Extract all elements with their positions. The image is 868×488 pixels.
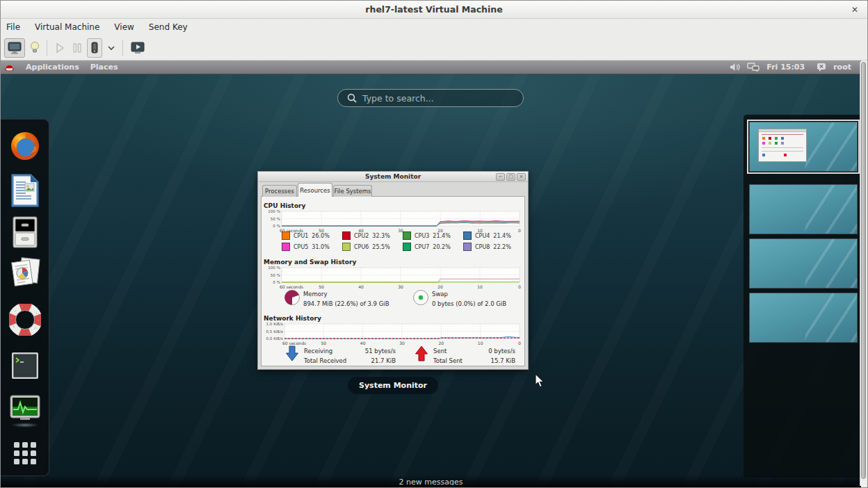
system-monitor-titlebar[interactable]: System Monitor xyxy=(258,172,528,182)
dock-item-system-monitor[interactable] xyxy=(8,392,42,425)
topbar-user[interactable]: root xyxy=(833,63,851,72)
libreoffice-writer-icon xyxy=(10,174,40,207)
console-button[interactable] xyxy=(4,38,25,58)
tab-processes[interactable]: Processes xyxy=(262,185,297,197)
cpu-legend-item: CPU126.0% xyxy=(282,230,342,241)
pause-button[interactable] xyxy=(70,38,84,58)
menu-file[interactable]: File xyxy=(6,22,20,32)
svg-text:20: 20 xyxy=(437,284,443,289)
svg-text:0.0 KiB/s: 0.0 KiB/s xyxy=(266,336,283,341)
dock-item-app-grid[interactable] xyxy=(8,437,42,470)
search-icon xyxy=(347,93,357,103)
file-cabinet-icon xyxy=(11,215,39,249)
vm-scrollbar[interactable] xyxy=(860,62,867,486)
svg-text:40: 40 xyxy=(360,341,366,345)
maximize-icon[interactable]: □ xyxy=(506,173,515,181)
search-placeholder: Type to search... xyxy=(362,93,434,104)
workspace-thumbnail-3[interactable] xyxy=(749,238,858,288)
swap-dot-icon xyxy=(412,289,429,306)
dock-item-terminal[interactable] xyxy=(8,349,42,382)
svg-text:50 %: 50 % xyxy=(271,273,280,277)
toolbar-separator xyxy=(122,40,123,56)
svg-text:40: 40 xyxy=(358,284,364,289)
topbar-applications[interactable]: Applications xyxy=(26,63,79,72)
toolbar-separator xyxy=(47,40,47,56)
svg-text:10: 10 xyxy=(478,341,483,345)
receiving-value: 51 bytes/s xyxy=(347,348,396,355)
cpu-legend-item: CPU625.5% xyxy=(342,241,403,252)
svg-text:50: 50 xyxy=(319,284,324,289)
cpu-legend-item: CPU720.2% xyxy=(403,241,463,252)
svg-text:30: 30 xyxy=(399,341,405,345)
search-input[interactable]: Type to search... xyxy=(337,89,524,107)
pause-icon xyxy=(72,42,82,54)
cpu-legend-item: CPU232.3% xyxy=(342,230,403,241)
topbar-places[interactable]: Places xyxy=(90,63,118,72)
mouse-cursor xyxy=(535,373,545,388)
cpu-legend-item: CPU822.2% xyxy=(463,241,524,252)
minimize-icon[interactable]: − xyxy=(496,173,505,181)
memory-value: 894.7 MiB (22.6%) of 3.9 GiB xyxy=(303,300,389,307)
dock-item-firefox[interactable] xyxy=(8,129,42,163)
topbar-clock[interactable]: Fri 15:03 xyxy=(766,63,805,72)
details-button[interactable] xyxy=(28,38,42,58)
run-button[interactable] xyxy=(52,38,67,58)
app-grid-icon xyxy=(12,440,38,466)
memory-pie-icon xyxy=(284,289,300,306)
shutdown-icon xyxy=(90,42,99,54)
user-status-icon xyxy=(817,63,827,72)
svg-text:50 %: 50 % xyxy=(271,217,280,221)
dock-item-help[interactable] xyxy=(8,303,42,336)
vm-menubar: File Virtual Machine View Send Key xyxy=(1,19,867,35)
documents-icon xyxy=(9,256,41,289)
workspace-thumbnail-2[interactable] xyxy=(749,184,858,234)
total-sent-value: 15.7 KiB xyxy=(465,357,515,364)
svg-text:100 %: 100 % xyxy=(268,210,280,213)
console-icon xyxy=(7,41,22,55)
tab-file-systems[interactable]: File Systems xyxy=(333,185,372,197)
svg-text:30: 30 xyxy=(398,284,403,289)
memory-swap-chart: 100 %50 %0 %60 seconds50403020100 xyxy=(262,266,524,290)
svg-text:0: 0 xyxy=(518,341,521,345)
system-monitor-icon xyxy=(9,394,41,423)
network-icon[interactable] xyxy=(747,63,760,72)
vm-toolbar xyxy=(1,35,867,60)
terminal-icon xyxy=(10,351,40,380)
menu-send-key[interactable]: Send Key xyxy=(149,22,188,32)
volume-icon[interactable] xyxy=(730,63,741,72)
svg-text:1.0 KiB/s: 1.0 KiB/s xyxy=(266,323,283,326)
shutdown-button[interactable] xyxy=(87,38,102,58)
memory-swap-label: Memory and Swap History xyxy=(264,259,356,266)
virt-manager-window: rhel7-latest Virtual Machine ✕ File Virt… xyxy=(0,0,868,488)
cpu-history-label: CPU History xyxy=(264,202,305,209)
system-monitor-title: System Monitor xyxy=(365,173,421,180)
vm-window-title: rhel7-latest Virtual Machine xyxy=(365,4,502,15)
sent-arrow-icon xyxy=(415,345,428,362)
total-sent-label: Total Sent xyxy=(433,357,463,364)
shutdown-menu-button[interactable] xyxy=(105,38,118,58)
play-icon xyxy=(54,42,65,54)
workspace-thumbnail-4[interactable] xyxy=(749,293,858,343)
workspace-panel xyxy=(744,115,861,478)
tab-resources[interactable]: Resources xyxy=(298,183,332,197)
help-icon xyxy=(9,304,41,336)
cpu-legend-item: CPU321.4% xyxy=(403,230,463,241)
dock-item-documents[interactable] xyxy=(8,256,42,289)
dock-item-libreoffice-writer[interactable] xyxy=(8,174,42,207)
network-history-label: Network History xyxy=(264,315,321,322)
fullscreen-button[interactable] xyxy=(128,38,147,58)
dock-item-file-cabinet[interactable] xyxy=(8,215,42,249)
activities-overview: Type to search... xyxy=(1,74,861,487)
cpu-legend-item: CPU531.0% xyxy=(282,241,342,252)
menu-view[interactable]: View xyxy=(114,22,134,32)
close-icon[interactable]: ✕ xyxy=(849,4,860,15)
workspace-thumbnail-1[interactable] xyxy=(749,122,858,172)
menu-virtual-machine[interactable]: Virtual Machine xyxy=(35,22,99,32)
chevron-down-icon xyxy=(107,45,115,51)
svg-text:100 %: 100 % xyxy=(268,266,280,270)
sent-label: Sent xyxy=(433,348,447,355)
vm-scrollbar-thumb[interactable] xyxy=(861,62,866,479)
close-icon[interactable]: × xyxy=(517,173,526,181)
swap-label: Swap xyxy=(432,291,448,298)
firefox-icon xyxy=(9,130,41,162)
